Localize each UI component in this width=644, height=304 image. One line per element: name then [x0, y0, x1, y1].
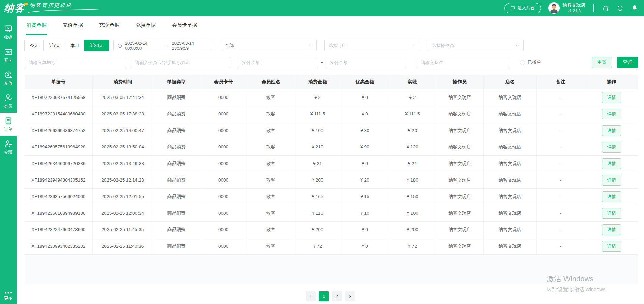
support-icon[interactable] — [602, 5, 609, 12]
table-row: XF1894236357569024000 2025-02-25 12:01:5… — [25, 188, 638, 205]
detail-button[interactable]: 详情 — [602, 92, 621, 103]
cell-store-name: 纳客文玩店 — [483, 238, 536, 254]
cell-remark: - — [536, 106, 585, 122]
member-search-input[interactable] — [131, 57, 230, 68]
order-tabs: 消费单据充值单据充次单据兑换单据会员卡单据 — [17, 16, 644, 35]
next-page-button[interactable] — [345, 291, 355, 301]
page-number-button[interactable]: 1 — [319, 291, 329, 301]
column-header: 操作 — [585, 75, 638, 89]
cell-action: 详情 — [585, 221, 638, 238]
sidebar-item-label: 订单 — [4, 127, 12, 132]
detail-button[interactable]: 详情 — [602, 208, 621, 219]
cell-order-no: XF1894263446099726336 — [25, 155, 92, 172]
tab[interactable]: 会员卡单据 — [171, 16, 198, 35]
cell-discount-amount: ¥ 0 — [341, 89, 389, 106]
quick-range-button[interactable]: 近7天 — [43, 40, 65, 51]
cell-consume-amount: ¥ 210 — [295, 139, 341, 155]
cell-card-no: 0000 — [200, 139, 247, 155]
topbar-right: 进入后台 纳客文玩店 v1.21.3 — [504, 2, 638, 14]
enter-backend-button[interactable]: 进入后台 — [504, 3, 541, 13]
sidebar-item-cashier[interactable]: ¥ 收银 — [0, 21, 17, 44]
cell-operator: 纳客文玩店 — [436, 188, 483, 205]
cell-card-no: 0000 — [200, 172, 247, 188]
detail-button[interactable]: 详情 — [602, 191, 621, 202]
detail-button[interactable]: 详情 — [602, 125, 621, 136]
sidebar-item-open-card[interactable]: VIP 开卡 — [0, 44, 17, 67]
bell-icon[interactable] — [631, 5, 638, 11]
cell-remark: - — [536, 122, 585, 139]
store-name: 纳客文玩店 — [563, 2, 586, 8]
table-row: XF1894263575619964928 2025-02-25 13:50:0… — [25, 139, 638, 155]
sidebar-item-shift[interactable]: 交班 — [0, 136, 17, 159]
cell-store-name: 纳客文玩店 — [483, 139, 536, 155]
logo-text: 纳客 — [4, 3, 25, 13]
cell-member-name: 散客 — [247, 238, 295, 254]
column-header: 店名 — [483, 75, 536, 89]
paid-amount-min-input[interactable] — [238, 57, 318, 68]
sidebar-item-orders[interactable]: 订单 — [0, 113, 17, 136]
detail-button[interactable]: 详情 — [602, 109, 621, 119]
search-button[interactable]: 查询 — [617, 57, 638, 68]
tab[interactable]: 充值单据 — [62, 16, 84, 35]
reset-button[interactable]: 重置 — [592, 57, 612, 68]
store-select[interactable]: 选择门店 — [324, 40, 420, 51]
prev-page-button[interactable] — [306, 291, 316, 301]
date-start-value: 2025-02-14 00:00:00 — [125, 40, 162, 51]
cashier-icon: ¥ — [4, 25, 13, 33]
cell-consume-amount: ¥ 110 — [295, 205, 341, 221]
tab[interactable]: 消费单据 — [26, 16, 47, 35]
quick-range-button[interactable]: 本月 — [65, 40, 85, 51]
cell-remark: - — [536, 172, 585, 188]
cell-order-no: XF1894236357569024000 — [25, 188, 92, 205]
sidebar-item-recharge[interactable]: ¥ 充值 — [0, 67, 17, 90]
cell-operator: 纳客文玩店 — [436, 155, 483, 172]
detail-button[interactable]: 详情 — [602, 158, 621, 169]
cell-store-name: 纳客文玩店 — [483, 155, 536, 172]
sidebar-item-member[interactable]: 会员 — [0, 90, 17, 113]
cell-action: 详情 — [585, 205, 638, 221]
detail-button[interactable]: 详情 — [602, 241, 621, 252]
detail-button[interactable]: 详情 — [602, 224, 621, 235]
detail-button[interactable]: 详情 — [602, 142, 621, 153]
user-block[interactable]: 纳客文玩店 v1.21.3 — [548, 2, 586, 14]
detail-button[interactable]: 详情 — [602, 175, 621, 186]
cell-order-type: 商品消费 — [153, 205, 200, 221]
cell-paid-amount: ¥ 150 — [389, 188, 436, 205]
paid-amount-max-input[interactable] — [326, 57, 406, 68]
operator-select-placeholder: 选择操作员 — [432, 43, 454, 49]
cell-member-name: 散客 — [247, 106, 295, 122]
cell-member-name: 散客 — [247, 155, 295, 172]
cell-card-no: 0000 — [200, 89, 247, 106]
column-header: 备注 — [536, 75, 585, 89]
remark-input[interactable] — [417, 57, 509, 68]
cell-order-type: 商品消费 — [153, 238, 200, 254]
page-number-button[interactable]: 2 — [332, 291, 342, 301]
date-range-picker[interactable]: 2025-02-14 00:00:00 ~ 2025-03-14 23:59:5… — [113, 40, 213, 51]
tab[interactable]: 兑换单据 — [135, 16, 156, 35]
operator-select[interactable]: 选择操作员 — [428, 40, 524, 51]
cell-remark: - — [536, 89, 585, 106]
order-type-select[interactable]: 全部 — [221, 40, 317, 51]
sidebar-item-more[interactable]: 更多 — [0, 291, 17, 301]
cell-order-no: XF1894230993402335232 — [25, 238, 92, 254]
cell-consume-amount: ¥ 200 — [295, 172, 341, 188]
sync-icon[interactable] — [617, 5, 624, 12]
cell-member-name: 散客 — [247, 221, 295, 238]
cell-member-name: 散客 — [247, 205, 295, 221]
column-header: 消费时间 — [92, 75, 153, 89]
quick-range-button[interactable]: 今天 — [24, 40, 44, 51]
cell-card-no: 0000 — [200, 122, 247, 139]
enter-backend-label: 进入后台 — [518, 5, 535, 11]
table-row: XF1894263446099726336 2025-02-25 13:49:3… — [25, 155, 638, 172]
revoked-radio[interactable]: 已撤单 — [520, 59, 541, 65]
cell-action: 详情 — [585, 238, 638, 254]
table-header-row: 单据号消费时间单据类型会员卡号会员姓名消费金额优惠金额实收操作员店名备注操作 — [25, 75, 638, 89]
user-meta: 纳客文玩店 v1.21.3 — [563, 2, 586, 14]
cell-card-no: 0000 — [200, 155, 247, 172]
order-no-input[interactable] — [25, 57, 126, 68]
cell-action: 详情 — [585, 106, 638, 122]
quick-range-button[interactable]: 近30天 — [84, 40, 109, 51]
cell-consume-time: 2025-02-25 13:49:33 — [92, 155, 153, 172]
cell-member-name: 散客 — [247, 188, 295, 205]
tab[interactable]: 充次单据 — [98, 16, 120, 35]
